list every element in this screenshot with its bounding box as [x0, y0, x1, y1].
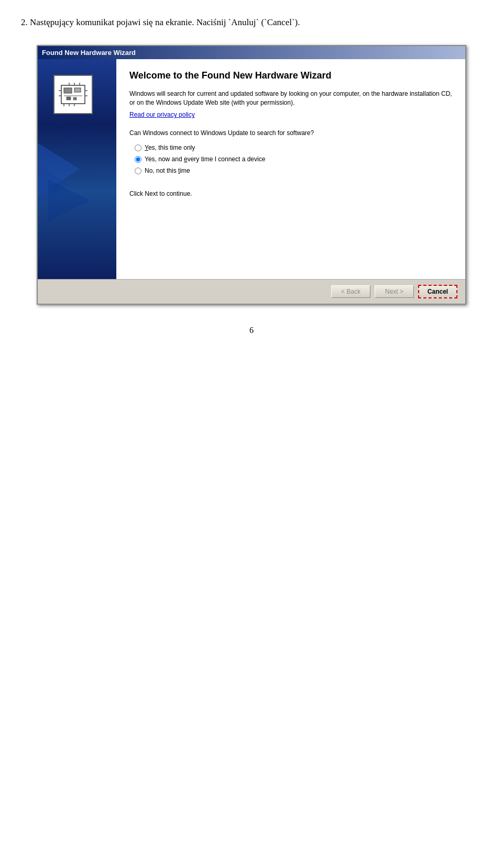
wizard-icon-box — [53, 75, 93, 114]
wizard-title: Welcome to the Found New Hardware Wizard — [129, 70, 452, 82]
wizard-question: Can Windows connect to Windows Update to… — [129, 129, 452, 138]
dialog-title: Found New Hardware Wizard — [42, 49, 136, 57]
radio-yes-once[interactable] — [135, 144, 141, 151]
dialog-body: Welcome to the Found New Hardware Wizard… — [38, 59, 465, 279]
radio-option-yes-always[interactable]: Yes, now and every time I connect a devi… — [135, 155, 452, 163]
wizard-description: Windows will search for current and upda… — [129, 90, 452, 107]
step-content: Następujący komunikat pojawi się na ekra… — [30, 17, 300, 27]
svg-marker-18 — [48, 180, 90, 221]
radio-yes-once-label: Yes, this time only — [145, 144, 195, 151]
radio-no-label: No, not this time — [145, 167, 190, 174]
step-description: 2. Następujący komunikat pojawi się na e… — [21, 16, 482, 29]
found-hardware-wizard-dialog: Found New Hardware Wizard — [37, 45, 466, 305]
privacy-policy-link[interactable]: Read our privacy policy — [129, 111, 195, 118]
svg-rect-2 — [74, 88, 81, 92]
svg-rect-14 — [67, 97, 71, 100]
update-choice-radio-group: Yes, this time only Yes, now and every t… — [129, 144, 452, 174]
radio-option-no[interactable]: No, not this time — [135, 167, 452, 174]
dialog-titlebar: Found New Hardware Wizard — [38, 46, 465, 59]
svg-rect-15 — [73, 97, 76, 100]
wizard-content-panel: Welcome to the Found New Hardware Wizard… — [116, 59, 465, 279]
radio-option-yes-once[interactable]: Yes, this time only — [135, 144, 452, 151]
next-button[interactable]: Next > — [375, 285, 414, 298]
step-number: 2. — [21, 17, 28, 27]
radio-no[interactable] — [135, 168, 141, 174]
svg-rect-1 — [64, 88, 72, 93]
cancel-button[interactable]: Cancel — [418, 285, 457, 298]
click-next-instruction: Click Next to continue. — [129, 190, 452, 197]
radio-yes-always-label: Yes, now and every time I connect a devi… — [145, 155, 265, 163]
page-number: 6 — [21, 326, 482, 335]
wizard-deco-arrows — [38, 122, 111, 237]
dialog-button-bar: < Back Next > Cancel — [38, 279, 465, 304]
wizard-left-panel — [38, 59, 116, 279]
back-button[interactable]: < Back — [331, 285, 370, 298]
radio-yes-always[interactable] — [135, 156, 141, 163]
hardware-wizard-icon — [59, 80, 88, 109]
